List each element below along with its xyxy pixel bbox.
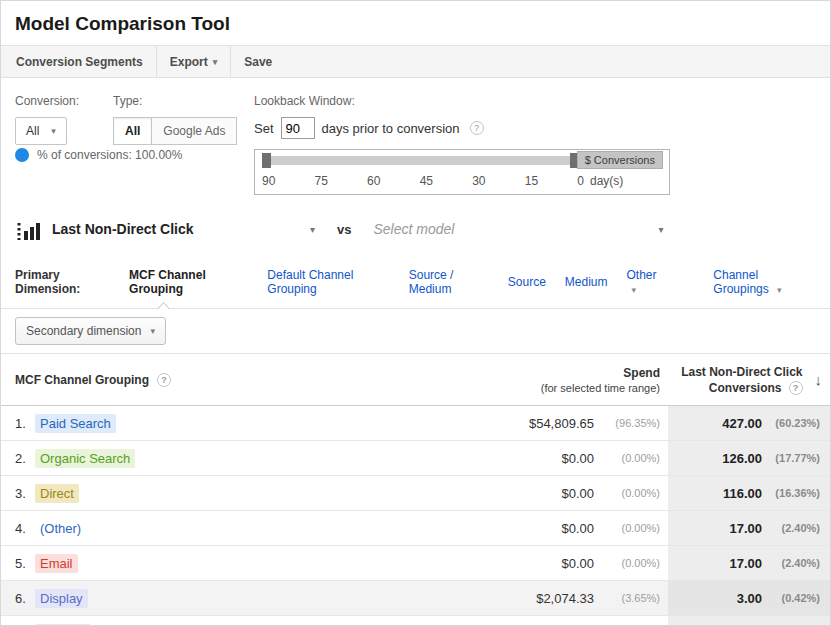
conversions-value: 427.00 — [722, 416, 762, 431]
model-comparison-page: Model Comparison Tool Conversion Segment… — [0, 0, 831, 626]
percent-of-conversions: % of conversions: 100.00% — [15, 148, 182, 162]
right-model-select[interactable]: Select model ▾ — [373, 221, 663, 237]
titlebar: Model Comparison Tool — [1, 1, 830, 45]
chevron-down-icon: ▾ — [150, 326, 155, 336]
bar-chart-icon — [15, 216, 41, 242]
row-rank: 1. — [15, 416, 35, 431]
save-button[interactable]: Save — [231, 46, 285, 77]
spend-value: $0.00 — [561, 521, 594, 536]
header-spend: Spend (for selected time range) — [433, 366, 668, 394]
secondary-dimension-row: Secondary dimension ▾ — [1, 309, 830, 354]
conversions-percent-icon — [15, 148, 29, 162]
channel-chip[interactable]: (Other) — [35, 519, 86, 538]
chevron-down-icon: ▾ — [632, 285, 637, 295]
conversions-percent: (2.40%) — [768, 522, 820, 534]
table-row: 6. Display $2,074.33 (3.65%) 3.00 (0.42%… — [1, 581, 830, 616]
conversions-badge[interactable]: $ Conversions — [577, 151, 663, 169]
help-icon[interactable]: ? — [789, 381, 803, 395]
conversions-percent: (2.40%) — [768, 557, 820, 569]
primary-dimension-bar: Primary Dimension: MCF Channel Grouping … — [1, 262, 830, 309]
tick-label: 75 — [315, 174, 328, 188]
right-model-placeholder: Select model — [373, 221, 454, 237]
sort-descending-icon[interactable]: ↓ — [815, 371, 823, 388]
slider-track: $ Conversions — [262, 156, 662, 165]
conversion-label: Conversion: — [15, 94, 79, 108]
type-group: Type: All Google Ads — [113, 94, 237, 145]
table-row: 5. Email $0.00 (0.00%) 17.00 (2.40%) — [1, 546, 830, 581]
left-model-select[interactable]: Last Non-Direct Click ▾ — [15, 216, 315, 242]
conversion-select[interactable]: All ▾ — [15, 117, 67, 145]
slider-ticks: 90 75 60 45 30 15 0 day(s) — [262, 174, 662, 188]
dimension-tab-mcf-channel-grouping[interactable]: MCF Channel Grouping — [129, 268, 247, 296]
toolbar: Conversion Segments Export ▾ Save — [1, 45, 830, 78]
primary-dimension-label: Primary Dimension: — [15, 268, 115, 296]
export-button[interactable]: Export ▾ — [157, 46, 232, 77]
help-icon[interactable]: ? — [470, 121, 484, 135]
type-toggle: All Google Ads — [113, 117, 237, 145]
tick-unit-label: day(s) — [590, 174, 623, 188]
set-label: Set — [254, 121, 274, 136]
spend-percent: (0.00%) — [602, 522, 660, 534]
row-rank: 6. — [15, 591, 35, 606]
channel-chip[interactable]: Paid Search — [35, 414, 116, 433]
type-label: Type: — [113, 94, 237, 108]
spend-value: $0.00 — [561, 486, 594, 501]
conversions-value: 3.00 — [737, 591, 762, 606]
slider-handle-left[interactable] — [262, 153, 271, 168]
spend-percent: (0.00%) — [602, 487, 660, 499]
type-all-button[interactable]: All — [113, 117, 152, 145]
table-row: 7. Referral $0.00 (0.00%) 3.00 (0.42%) — [1, 616, 830, 626]
chevron-down-icon: ▾ — [51, 126, 56, 136]
table-body: 1. Paid Search $54,809.65 (96.35%) 427.0… — [1, 406, 830, 626]
channel-table: MCF Channel Grouping ? Spend (for select… — [1, 354, 830, 626]
lookback-slider: $ Conversions 90 75 60 45 30 15 0 day(s) — [254, 149, 670, 195]
row-rank: 3. — [15, 486, 35, 501]
channel-chip[interactable]: Email — [35, 554, 78, 573]
secondary-dimension-button[interactable]: Secondary dimension ▾ — [15, 317, 166, 345]
spend-value: $0.00 — [561, 556, 594, 571]
lookback-setting: Set days prior to conversion ? — [254, 117, 684, 139]
dimension-other-dropdown[interactable]: Other ▾ — [627, 268, 665, 296]
chevron-down-icon: ▾ — [310, 224, 315, 235]
chevron-down-icon: ▾ — [213, 57, 218, 67]
channel-chip[interactable]: Direct — [35, 484, 79, 503]
tick-label: 15 — [525, 174, 538, 188]
tick-label: 60 — [367, 174, 380, 188]
spend-percent: (0.00%) — [602, 557, 660, 569]
row-rank: 4. — [15, 521, 35, 536]
table-header: MCF Channel Grouping ? Spend (for select… — [1, 354, 830, 406]
row-rank: 5. — [15, 556, 35, 571]
conversions-value: 116.00 — [723, 486, 762, 501]
table-row: 1. Paid Search $54,809.65 (96.35%) 427.0… — [1, 406, 830, 441]
conversions-value: 126.00 — [722, 451, 762, 466]
conversions-percent: (17.77%) — [768, 452, 820, 464]
channel-chip[interactable]: Display — [35, 589, 88, 608]
row-rank: 2. — [15, 451, 35, 466]
vs-label: vs — [337, 222, 351, 237]
model-selector-row: Last Non-Direct Click ▾ vs Select model … — [1, 206, 830, 262]
table-row: 2. Organic Search $0.00 (0.00%) 126.00 (… — [1, 441, 830, 476]
header-channel-grouping: MCF Channel Grouping ? — [1, 373, 433, 387]
dimension-tab-source-medium[interactable]: Source / Medium — [409, 268, 489, 296]
type-google-ads-button[interactable]: Google Ads — [152, 117, 237, 145]
page-title: Model Comparison Tool — [15, 13, 816, 35]
conversions-percent: (0.42%) — [768, 592, 820, 604]
spend-percent: (96.35%) — [602, 417, 660, 429]
lookback-group: Lookback Window: Set days prior to conve… — [254, 94, 684, 195]
dimension-tab-medium[interactable]: Medium — [565, 275, 608, 289]
lookback-label: Lookback Window: — [254, 94, 684, 108]
spend-percent: (0.00%) — [602, 452, 660, 464]
help-icon[interactable]: ? — [157, 373, 171, 387]
conversion-group: Conversion: All ▾ — [15, 94, 79, 145]
tick-label: 45 — [420, 174, 433, 188]
conversion-segments-button[interactable]: Conversion Segments — [3, 46, 157, 77]
dimension-tab-default-channel-grouping[interactable]: Default Channel Grouping — [267, 268, 389, 296]
channel-chip[interactable]: Organic Search — [35, 449, 135, 468]
header-conversions[interactable]: Last Non-Direct Click Conversions ? ↓ — [668, 365, 830, 395]
table-row: 4. (Other) $0.00 (0.00%) 17.00 (2.40%) — [1, 511, 830, 546]
dimension-tab-source[interactable]: Source — [508, 275, 546, 289]
conversions-percent: (16.36%) — [768, 487, 820, 499]
tick-label: 0 — [577, 174, 584, 188]
channel-groupings-dropdown[interactable]: Channel Groupings ▾ — [713, 268, 816, 296]
lookback-days-input[interactable] — [281, 117, 315, 139]
